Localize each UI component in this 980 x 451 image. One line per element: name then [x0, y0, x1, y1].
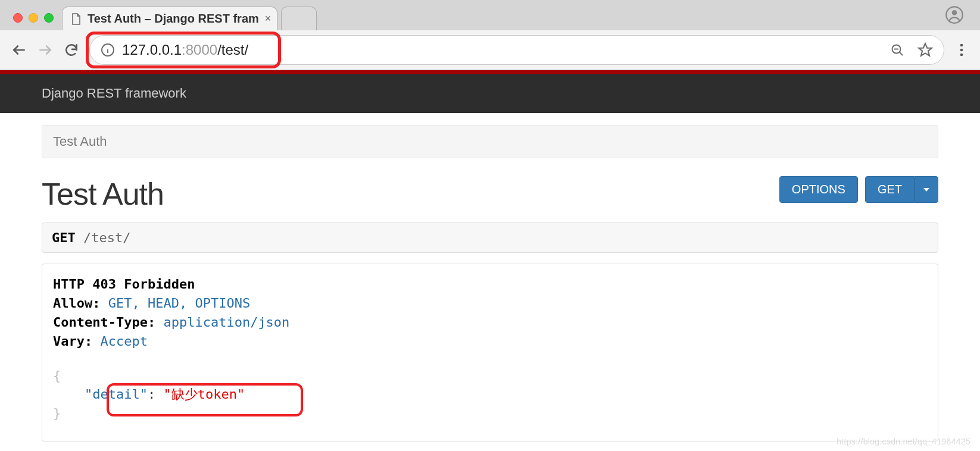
- request-method: GET: [52, 230, 76, 245]
- maximize-window-button[interactable]: [44, 13, 54, 23]
- site-info-icon[interactable]: [101, 43, 115, 57]
- chevron-down-icon: [923, 188, 929, 192]
- drf-brand[interactable]: Django REST framework: [42, 86, 186, 101]
- bookmark-star-icon[interactable]: [917, 42, 933, 58]
- zoom-icon[interactable]: [890, 43, 904, 57]
- breadcrumb: Test Auth: [42, 125, 938, 158]
- response-body: { "detail": "缺少token" }: [53, 367, 927, 424]
- svg-line-6: [900, 52, 903, 55]
- url-port: :8000: [182, 42, 217, 58]
- json-key: "detail": [85, 387, 148, 402]
- get-dropdown-toggle[interactable]: [915, 176, 938, 203]
- get-button[interactable]: GET: [865, 176, 915, 203]
- watermark: https://blog.csdn.net/qq_41964425: [837, 437, 970, 446]
- breadcrumb-item[interactable]: Test Auth: [53, 134, 107, 149]
- forward-button[interactable]: [32, 37, 58, 63]
- url-bar[interactable]: 127.0.0.1:8000/test/: [89, 35, 944, 65]
- response-box: HTTP 403 Forbidden Allow: GET, HEAD, OPT…: [42, 264, 938, 441]
- minimize-window-button[interactable]: [29, 13, 38, 23]
- url-right-icons: [890, 42, 933, 58]
- request-path: /test/: [83, 230, 130, 245]
- get-button-group: GET: [865, 176, 938, 203]
- browser-chrome: Test Auth – Django REST fram × 127.0.0.1…: [0, 0, 980, 70]
- svg-point-1: [952, 10, 957, 15]
- drf-body: Test Auth Test Auth OPTIONS GET GET /tes…: [0, 113, 980, 451]
- url-bar-wrap: 127.0.0.1:8000/test/: [89, 35, 944, 65]
- profile-icon[interactable]: [945, 6, 980, 30]
- header-key: Content-Type:: [53, 315, 155, 330]
- close-window-button[interactable]: [13, 13, 23, 23]
- tab-title: Test Auth – Django REST fram: [88, 12, 259, 26]
- status-line: HTTP 403 Forbidden: [53, 277, 195, 292]
- svg-marker-8: [919, 43, 932, 56]
- close-tab-button[interactable]: ×: [265, 12, 271, 25]
- url-host: 127.0.0.1: [122, 42, 182, 58]
- reload-button[interactable]: [58, 37, 85, 63]
- header-key: Allow:: [53, 296, 100, 311]
- url-path: /test/: [217, 42, 248, 58]
- request-box: GET /test/: [42, 223, 938, 253]
- json-value: "缺少token": [163, 387, 245, 402]
- svg-point-10: [960, 49, 963, 52]
- browser-tab-active[interactable]: Test Auth – Django REST fram ×: [62, 7, 277, 30]
- window-controls: [7, 13, 62, 30]
- browser-menu-button[interactable]: [949, 43, 974, 57]
- action-buttons: OPTIONS GET: [779, 176, 938, 203]
- header-value: Accept: [100, 334, 147, 349]
- new-tab-button[interactable]: [281, 7, 317, 30]
- header-value: GET, HEAD, OPTIONS: [108, 296, 250, 311]
- back-button[interactable]: [6, 37, 32, 63]
- browser-toolbar: 127.0.0.1:8000/test/: [0, 30, 980, 70]
- page-title: Test Auth: [42, 176, 164, 212]
- header-key: Vary:: [53, 334, 92, 349]
- svg-point-11: [960, 54, 963, 57]
- page-header-row: Test Auth OPTIONS GET: [42, 176, 938, 212]
- drf-navbar: Django REST framework: [0, 74, 980, 113]
- header-value: application/json: [163, 315, 289, 330]
- tab-bar: Test Auth – Django REST fram ×: [0, 0, 980, 30]
- page-icon: [71, 13, 82, 25]
- options-button[interactable]: OPTIONS: [779, 176, 858, 203]
- svg-point-9: [960, 44, 963, 47]
